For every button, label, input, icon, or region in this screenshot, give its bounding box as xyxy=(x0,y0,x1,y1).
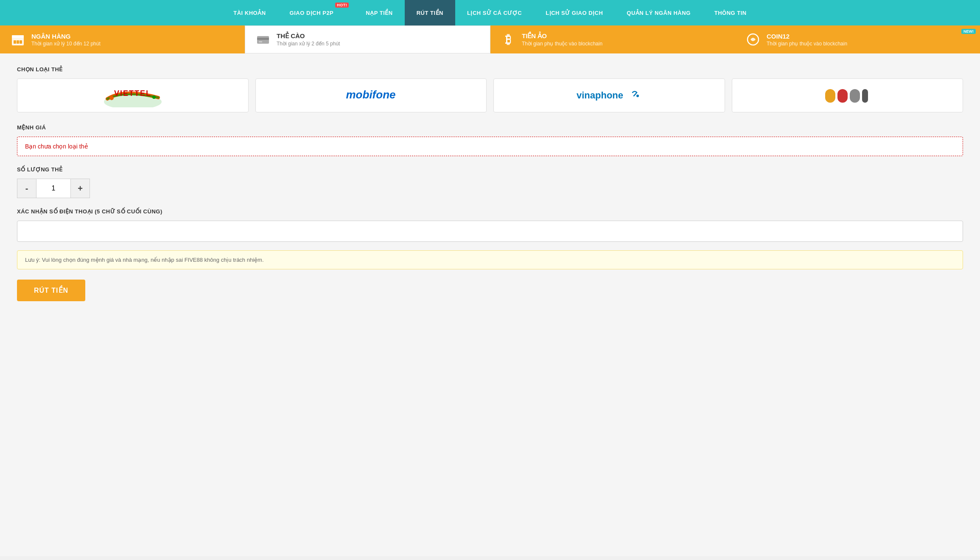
svg-rect-7 xyxy=(259,41,262,42)
phone-label: XÁC NHẬN SỐ ĐIỆN THOẠI (5 CHỮ SỐ CUỐI CÙ… xyxy=(17,208,963,215)
card-vietnamobile[interactable] xyxy=(732,78,963,112)
svg-text:mobifone: mobifone xyxy=(346,88,396,101)
bank-icon xyxy=(10,32,25,47)
menh-gia-label: MỆNH GIÁ xyxy=(17,124,963,131)
tab-tien-ao[interactable]: ₿ TIỀN ẢO Thời gian phụ thuộc vào blockc… xyxy=(490,25,735,53)
svg-point-12 xyxy=(152,95,156,99)
svg-rect-6 xyxy=(257,38,269,40)
svg-rect-1 xyxy=(12,35,24,38)
chon-loai-the-label: CHỌN LOẠI THẺ xyxy=(17,66,963,73)
payment-tabs: NGÂN HÀNG Thời gian xử lý 10 đến 12 phút… xyxy=(0,25,980,53)
tab-tien-ao-subtitle: Thời gian phụ thuộc vào blockchain xyxy=(522,41,602,47)
tab-ngan-hang-subtitle: Thời gian xử lý 10 đến 12 phút xyxy=(31,41,101,47)
card-viettel[interactable]: VIETTEL xyxy=(17,78,249,112)
svg-rect-3 xyxy=(17,40,19,44)
so-luong-section: SỐ LƯỢNG THẺ - + xyxy=(17,166,963,198)
menh-gia-section: MỆNH GIÁ Bạn chưa chọn loại thẻ xyxy=(17,124,963,156)
hot-badge: HOT! xyxy=(335,3,349,8)
nav-giao-dich-p2p[interactable]: GIAO DỊCH P2P HOT! xyxy=(278,0,354,25)
card-mobifone[interactable]: mobifone xyxy=(255,78,487,112)
tab-coin12-subtitle: Thời gian phụ thuộc vào blockchain xyxy=(767,41,847,47)
nav-rut-tien[interactable]: RÚT TIỀN xyxy=(405,0,455,25)
svg-rect-2 xyxy=(14,40,16,44)
coin12-icon xyxy=(745,33,761,46)
top-navigation: TÀI KHOẢN GIAO DỊCH P2P HOT! NẠP TIỀN RÚ… xyxy=(0,0,980,25)
tab-the-cao-subtitle: Thời gian xử lý 2 đến 5 phút xyxy=(277,41,340,47)
so-luong-label: SỐ LƯỢNG THẺ xyxy=(17,166,963,173)
svg-text:VIETTEL: VIETTEL xyxy=(114,89,151,98)
svg-point-15 xyxy=(636,95,639,97)
nav-lich-su-giao-dich[interactable]: LỊCH SỬ GIAO DỊCH xyxy=(534,0,615,25)
tab-the-cao-title: THẺ CÀO xyxy=(277,32,340,40)
quantity-plus-button[interactable]: + xyxy=(70,179,90,198)
nav-thong-tin[interactable]: THÔNG TIN xyxy=(703,0,759,25)
main-content: CHỌN LOẠI THẺ VIETTEL mobifone xyxy=(0,53,980,556)
tab-ngan-hang-title: NGÂN HÀNG xyxy=(31,33,101,40)
nav-tai-khoan[interactable]: TÀI KHOẢN xyxy=(221,0,277,25)
card-type-grid: VIETTEL mobifone vinaphone xyxy=(17,78,963,112)
tab-tien-ao-title: TIỀN ẢO xyxy=(522,32,602,40)
nav-lich-su-ca-cuoc[interactable]: LỊCH SỬ CÁ CƯỢC xyxy=(455,0,534,25)
tab-the-cao[interactable]: THẺ CÀO Thời gian xử lý 2 đến 5 phút xyxy=(245,25,490,53)
tab-coin12-title: COIN12 xyxy=(767,33,847,40)
phone-input[interactable] xyxy=(17,221,963,242)
svg-rect-18 xyxy=(850,89,860,103)
tab-ngan-hang[interactable]: NGÂN HÀNG Thời gian xử lý 10 đến 12 phút xyxy=(0,25,245,53)
card-vinaphone[interactable]: vinaphone xyxy=(493,78,725,112)
tab-coin12[interactable]: NEW! COIN12 Thời gian phụ thuộc vào bloc… xyxy=(735,25,980,53)
quantity-minus-button[interactable]: - xyxy=(17,179,36,198)
svg-rect-17 xyxy=(837,89,848,103)
submit-button[interactable]: RÚT TIỀN xyxy=(17,280,85,301)
svg-text:vinaphone: vinaphone xyxy=(577,90,623,101)
svg-rect-4 xyxy=(20,40,22,44)
new-badge: NEW! xyxy=(961,29,976,34)
quantity-control: - + xyxy=(17,179,102,198)
menh-gia-error: Bạn chưa chọn loại thẻ xyxy=(17,137,963,156)
quantity-input[interactable] xyxy=(36,179,70,198)
phone-section: XÁC NHẬN SỐ ĐIỆN THOẠI (5 CHỮ SỐ CUỐI CÙ… xyxy=(17,208,963,242)
svg-point-11 xyxy=(109,96,114,100)
svg-rect-16 xyxy=(825,89,835,103)
svg-rect-19 xyxy=(862,89,868,103)
nav-quan-ly-ngan-hang[interactable]: QUẢN LÝ NGÂN HÀNG xyxy=(615,0,702,25)
nav-nap-tien[interactable]: NẠP TIỀN xyxy=(354,0,404,25)
bitcoin-icon: ₿ xyxy=(501,33,516,47)
card-icon xyxy=(255,32,271,47)
note-box: Lưu ý: Vui lòng chọn đúng mệnh giá và nh… xyxy=(17,250,963,269)
